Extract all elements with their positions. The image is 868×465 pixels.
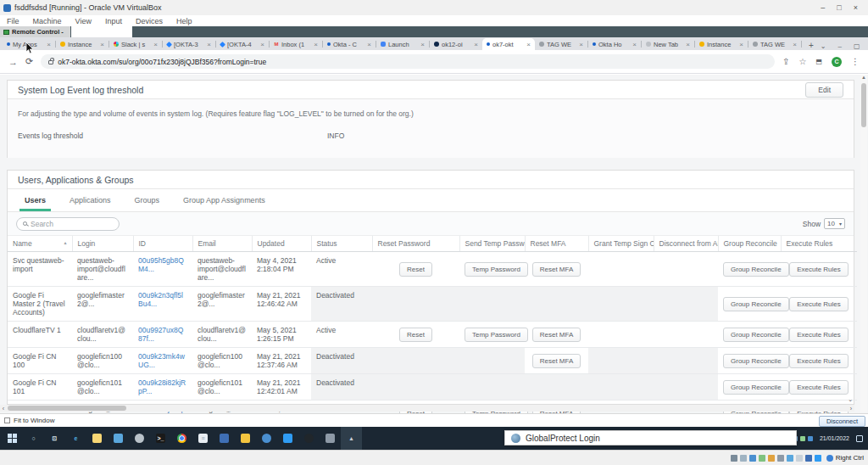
tab-close-icon[interactable]: ×: [367, 41, 371, 48]
task-view-icon[interactable]: ⊡: [44, 427, 65, 450]
show-per-page-select[interactable]: 10 ▾: [824, 218, 845, 229]
onenote-icon[interactable]: [235, 427, 256, 450]
notepad-icon[interactable]: ≡: [192, 427, 214, 450]
user-id-link[interactable]: 00u9927ux8Q87f...: [138, 326, 183, 343]
column-header-execute-rules[interactable]: Execute Rules: [781, 236, 857, 252]
vscode-icon[interactable]: [277, 427, 298, 450]
mfa-button[interactable]: Reset MFA: [532, 328, 581, 342]
column-header-grant-temp-sign-on[interactable]: Grant Temp Sign On: [588, 236, 654, 252]
scroll-left-icon[interactable]: ‹: [0, 406, 7, 412]
vbox-menu-machine[interactable]: Machine: [33, 17, 62, 25]
column-header-group-reconcile[interactable]: Group Reconcile: [718, 236, 781, 252]
tab-close-icon[interactable]: ×: [526, 41, 531, 48]
system-app-icon[interactable]: [108, 427, 129, 450]
execute-button[interactable]: Execute Rules: [789, 380, 849, 395]
vbox-minimize-button[interactable]: –: [821, 3, 825, 12]
remote-desktop-icon[interactable]: [214, 427, 235, 450]
mfa-button[interactable]: Reset MFA: [532, 262, 581, 277]
reload-icon[interactable]: ⟳: [25, 56, 33, 67]
column-header-name[interactable]: Name ▴: [8, 236, 72, 252]
column-header-send-temp-password[interactable]: Send Temp Password: [459, 236, 525, 252]
browser-minimize-button[interactable]: –: [838, 42, 842, 50]
browser-menu-kebab-icon[interactable]: ⋮: [851, 57, 860, 66]
browser-tab-12[interactable]: New Tab×: [642, 38, 694, 50]
tab-close-icon[interactable]: ×: [207, 41, 211, 48]
tab-close-icon[interactable]: ×: [314, 41, 318, 48]
tab-close-icon[interactable]: ×: [739, 41, 743, 48]
tray-clock[interactable]: 21/01/2022: [820, 435, 849, 441]
horizontal-scrollbar[interactable]: ‹ ›: [0, 405, 854, 412]
reconcile-button[interactable]: Group Reconcile: [723, 380, 789, 395]
column-header-reset-mfa[interactable]: Reset MFA: [525, 236, 588, 252]
scroll-up-icon[interactable]: ▲: [860, 75, 867, 80]
browser-tab-2[interactable]: Slack | s×: [109, 38, 162, 50]
profile-avatar[interactable]: C: [832, 57, 842, 67]
tab-search-chevron-icon[interactable]: ⌄: [821, 42, 826, 50]
column-header-disconnect-from-ad[interactable]: Disconnect from AD: [654, 236, 718, 252]
horizontal-scroll-thumb[interactable]: [8, 406, 126, 411]
browser-tab-5[interactable]: MInbox (1×: [270, 38, 322, 50]
vertical-scroll-thumb[interactable]: [861, 83, 866, 127]
file-explorer-icon[interactable]: [86, 427, 108, 450]
user-id-link[interactable]: 00u95h5gb8QM4...: [138, 256, 184, 273]
browser-tab-11[interactable]: Okta Ho×: [588, 38, 641, 50]
new-tab-button[interactable]: +: [802, 41, 821, 50]
disconnect-button[interactable]: Disconnect: [819, 416, 865, 427]
reconcile-button[interactable]: Group Reconcile: [723, 262, 789, 277]
column-header-email[interactable]: Email: [192, 236, 252, 252]
execute-button[interactable]: Execute Rules: [789, 262, 849, 277]
vbox-menu-devices[interactable]: Devices: [136, 17, 163, 25]
reconcile-button[interactable]: Group Reconcile: [723, 354, 789, 368]
browser-tab-14[interactable]: TAG WE×: [748, 38, 801, 50]
vbox-close-button[interactable]: ×: [854, 3, 858, 12]
vbox-menu-file[interactable]: File: [7, 17, 19, 25]
vm-display-icon[interactable]: ▲: [341, 427, 362, 450]
tab-close-icon[interactable]: ×: [474, 41, 478, 48]
tab-close-icon[interactable]: ×: [579, 41, 583, 48]
browser-tab-13[interactable]: Instance×: [695, 38, 748, 50]
scroll-right-icon[interactable]: ›: [848, 406, 854, 412]
tray-icon[interactable]: [800, 436, 805, 441]
sort-asc-icon[interactable]: ▴: [64, 239, 66, 245]
search-icon[interactable]: ○: [23, 427, 44, 450]
tab-close-icon[interactable]: ×: [260, 41, 264, 48]
tab-close-icon[interactable]: ×: [420, 41, 425, 48]
back-icon[interactable]: →: [8, 57, 18, 67]
vbox-menu-help[interactable]: Help: [176, 17, 192, 25]
column-header-id[interactable]: ID: [133, 236, 192, 252]
globalprotect-popup[interactable]: GlobalProtect Login: [504, 430, 797, 445]
table-scroll-down-icon[interactable]: ⌄: [848, 396, 853, 403]
column-header-reset-password[interactable]: Reset Password: [372, 236, 459, 252]
column-header-updated[interactable]: Updated: [252, 236, 311, 252]
share-icon[interactable]: ⇪: [782, 57, 789, 66]
tab-close-icon[interactable]: ×: [153, 41, 158, 48]
fit-to-window-checkbox[interactable]: [4, 417, 10, 423]
user-id-link[interactable]: 00u9k28i82kjRpP...: [138, 378, 186, 395]
tab-users[interactable]: Users: [13, 189, 58, 211]
command-prompt-icon[interactable]: >_: [150, 427, 171, 450]
globalprotect-icon[interactable]: [256, 427, 277, 450]
execute-button[interactable]: Execute Rules: [789, 297, 849, 311]
browser-maximize-button[interactable]: ▢: [854, 42, 860, 50]
execute-button[interactable]: Execute Rules: [789, 354, 849, 368]
column-header-login[interactable]: Login: [72, 236, 133, 252]
security-lock-icon[interactable]: [298, 427, 320, 450]
browser-tab-7[interactable]: Launch×: [376, 38, 429, 50]
bookmark-star-icon[interactable]: ☆: [798, 57, 806, 66]
settings-app-icon[interactable]: [129, 427, 150, 450]
user-id-link[interactable]: 00u9k2n3qfl5lBu4...: [138, 291, 183, 308]
search-input[interactable]: [31, 220, 113, 228]
user-id-link[interactable]: 00u9k23mk4wUG...: [138, 352, 185, 369]
browser-tab-3[interactable]: [OKTA-3×: [163, 38, 215, 50]
temp-button[interactable]: Temp Password: [465, 328, 528, 342]
chat-app-icon[interactable]: [320, 427, 341, 450]
reconcile-button[interactable]: Group Reconcile: [723, 297, 789, 311]
execute-button[interactable]: Execute Rules: [789, 328, 849, 342]
reset-button[interactable]: Reset: [399, 328, 432, 342]
remote-control-tab[interactable]: Remote Control -: [0, 26, 70, 37]
browser-tab-9[interactable]: ok7-okt×: [482, 38, 535, 50]
chrome-icon[interactable]: [171, 427, 192, 450]
tray-icon[interactable]: [808, 436, 813, 441]
tab-close-icon[interactable]: ×: [100, 41, 104, 48]
temp-button[interactable]: Temp Password: [465, 262, 528, 277]
